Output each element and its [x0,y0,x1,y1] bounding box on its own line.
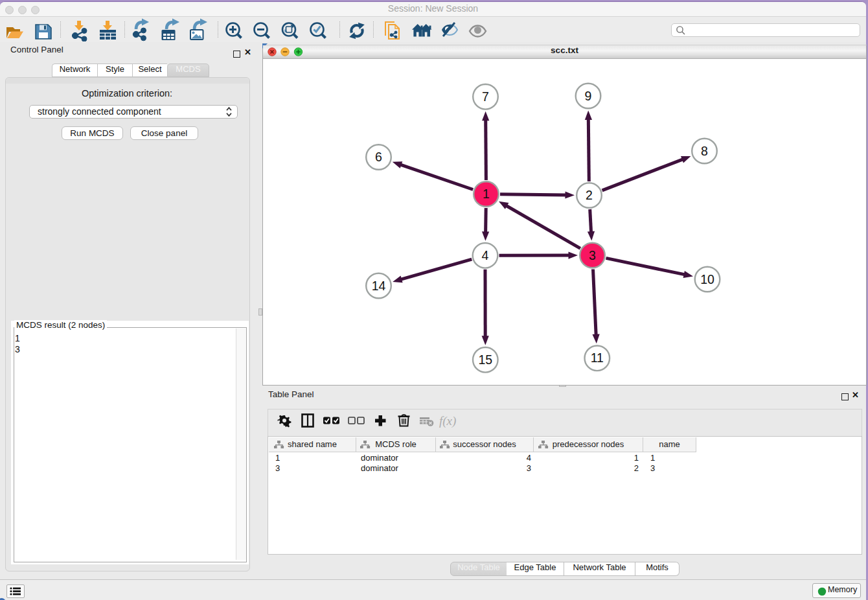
svg-text:f(x): f(x) [439,414,456,428]
svg-text:1: 1 [483,187,490,201]
svg-text:9: 9 [585,89,592,103]
svg-text:8: 8 [701,144,708,158]
svg-text:4: 4 [482,248,489,262]
svg-text:6: 6 [375,150,382,164]
svg-text:11: 11 [591,351,604,365]
svg-text:14: 14 [372,279,386,293]
svg-text:15: 15 [478,352,492,367]
svg-text:10: 10 [700,272,714,286]
svg-text:7: 7 [482,89,489,104]
svg-text:3: 3 [589,248,596,262]
svg-text:2: 2 [586,188,593,202]
